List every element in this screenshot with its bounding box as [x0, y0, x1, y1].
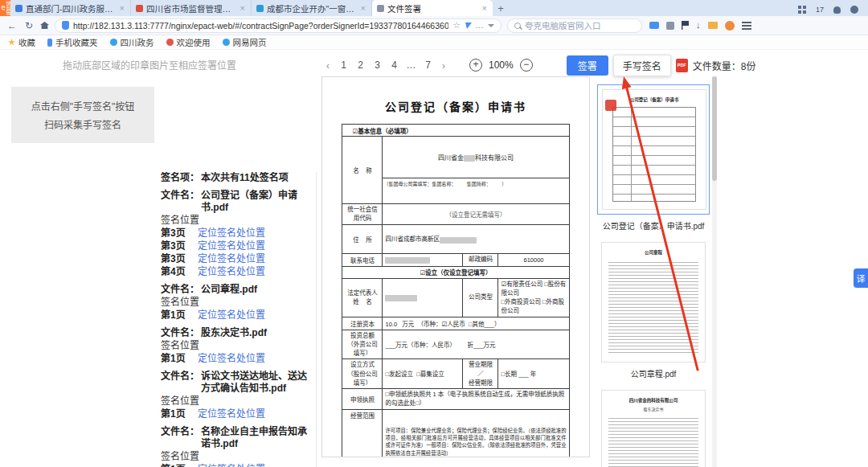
thumbnail-text-lines: [608, 416, 698, 467]
user-icon[interactable]: [850, 6, 858, 14]
tab-close-icon[interactable]: ×: [240, 3, 246, 13]
locate-signature-link[interactable]: 定位签名处位置: [198, 240, 265, 252]
page-number-label: 第3页: [161, 240, 190, 252]
sign-row-value: 诉讼文书送达地址、送达方式确认告知书.pdf: [201, 371, 311, 395]
translate-button[interactable]: 译: [854, 268, 868, 288]
locate-signature-link[interactable]: 定位签名处位置: [198, 227, 265, 240]
thumbnail-page: 公司章程: [601, 242, 706, 363]
search-box[interactable]: 夸克电脑版官网入口: [507, 18, 642, 33]
thumbnail-scrollbar[interactable]: [712, 76, 717, 467]
sign-row-label: 文件名：: [161, 284, 201, 296]
prev-page-icon[interactable]: ‹: [323, 59, 333, 72]
sign-position-row: 第1页定位签名处位置: [161, 464, 311, 467]
locate-signature-link[interactable]: 定位签名处位置: [198, 353, 265, 365]
page-number-button[interactable]: 4: [388, 59, 400, 71]
menu-icon[interactable]: [742, 22, 751, 30]
page-number-label: 第3页: [161, 227, 190, 240]
corner-tag: 快剪辑号: [0, 0, 10, 16]
url-dropdown-icon[interactable]: [488, 24, 494, 27]
sign-file-row: 签名项：本次共有11处签名项: [161, 172, 311, 184]
page-number-button[interactable]: 3: [371, 59, 383, 71]
search-placeholder[interactable]: 夸克电脑版官网入口: [525, 19, 601, 31]
document-thumbnail[interactable]: 四川省金的科技有限公司股东决定书: [596, 390, 711, 467]
tab-close-icon[interactable]: ×: [481, 3, 488, 13]
tab-close-icon[interactable]: ×: [360, 3, 366, 13]
browser-tab[interactable]: 成都市企业开办"一窗通"网上(×: [252, 0, 372, 16]
tab-close-icon[interactable]: ×: [119, 3, 125, 13]
bookmark-favicon-icon: [166, 39, 174, 46]
browser-tab[interactable]: 文件签署×: [372, 0, 493, 16]
thumbnail-title: 四川省金的科技有限公司: [602, 397, 705, 404]
page-number-button[interactable]: 1: [338, 59, 350, 71]
browser-tab[interactable]: 直通部门-四川政务服务网×: [10, 0, 131, 16]
browser-tab[interactable]: 四川省市场监督管理局网上(×: [131, 0, 252, 16]
tabbar-right-icons: 17: [788, 6, 868, 16]
sign-button[interactable]: 签署: [567, 55, 608, 76]
bookmark-item[interactable]: 收藏: [8, 36, 35, 48]
url-text[interactable]: http://182.131.3.113:7777/nginx/epact-we…: [73, 21, 448, 31]
url-field[interactable]: http://182.131.3.113:7777/nginx/epact-we…: [55, 18, 502, 33]
tab-favicon-icon: [377, 5, 384, 12]
sign-row-label: 文件名：: [161, 426, 201, 450]
notification-count-badge[interactable]: 17: [816, 6, 824, 14]
page-number-button[interactable]: 2: [354, 59, 366, 71]
bookmark-item[interactable]: 四川政务: [110, 36, 154, 48]
sign-sublabel-row: 签名位置: [161, 215, 311, 227]
page-list: 1234…7: [338, 59, 434, 71]
application-form-table: ☑基本信息（必填项） 名 称 四川省金科技有限公司 （集团母公司需填写：集团名称…: [342, 124, 569, 457]
back-icon[interactable]: ←: [6, 20, 18, 31]
thumbnail-title: 公司章程: [602, 249, 705, 256]
sign-row-value: 本次共有11处签名项: [201, 172, 311, 184]
page-number-button[interactable]: …: [405, 59, 417, 71]
extensions-icon[interactable]: [666, 22, 674, 30]
document-preview[interactable]: 公司登记（备案）申请书 ☑基本信息（必填项） 名 称 四川省金科技有限公司 （集…: [321, 76, 590, 457]
thumbnail-text-lines: [608, 260, 698, 354]
redacted-text: [440, 237, 477, 244]
apps-grid-icon[interactable]: [798, 6, 806, 14]
contract-sign-page: 拖动底部区域的印章图片至相应签署位置 点击右侧"手写签名"按钮 扫码采集手写签名…: [0, 50, 868, 467]
locate-signature-link[interactable]: 定位签名处位置: [198, 309, 265, 322]
download-icon[interactable]: ↓: [696, 21, 701, 30]
tab-favicon-icon: [256, 5, 264, 12]
locate-signature-link[interactable]: 定位签名处位置: [198, 266, 265, 278]
document-toolbar: ‹ 1234…7 › + 100% − 签署 手写签名 PDF 文件数量：8份: [323, 55, 755, 75]
bookmark-label: 网易网页: [233, 36, 267, 48]
folder-icon[interactable]: [708, 22, 718, 29]
sign-position-row: 第4页定位签名处位置: [161, 266, 311, 278]
zoom-in-button[interactable]: +: [469, 59, 482, 72]
locate-signature-link[interactable]: 定位签名处位置: [198, 464, 265, 467]
refresh-icon[interactable]: ↻: [23, 20, 35, 31]
document-thumbnail[interactable]: 公司登记（备案）申请书公司登记（备案）申请书.pdf: [596, 84, 711, 231]
bookmark-favicon-icon: [110, 39, 117, 46]
handwrite-sign-button[interactable]: 手写签名: [613, 55, 671, 76]
url-more-icon[interactable]: …: [475, 21, 484, 30]
home-icon[interactable]: [40, 22, 49, 29]
scrollbar-thumb[interactable]: [712, 76, 717, 181]
sign-file-row: 文件名：名称企业自主申报告知承诺书.pdf: [161, 426, 311, 450]
locate-signature-link[interactable]: 定位签名处位置: [198, 408, 265, 420]
form-section-basic: ☑基本信息（必填项）: [342, 125, 569, 137]
bookmark-item[interactable]: 网易网页: [223, 36, 267, 48]
bell-icon[interactable]: [833, 6, 841, 14]
page-number-button[interactable]: 7: [422, 59, 434, 71]
screenshot-icon[interactable]: [649, 22, 659, 29]
bookmark-item[interactable]: 欢迎使用: [166, 36, 211, 48]
next-page-icon[interactable]: ›: [439, 59, 448, 72]
sign-position-row: 第1页定位签名处位置: [161, 309, 311, 322]
zoom-out-button[interactable]: −: [520, 59, 533, 72]
redacted-text: [385, 295, 417, 301]
setup-mode-options: □发起设立 □募集设立: [383, 359, 463, 389]
locate-signature-link[interactable]: 定位签名处位置: [198, 253, 265, 265]
new-tab-button[interactable]: +: [493, 2, 509, 16]
avatar[interactable]: [725, 21, 735, 31]
flag-icon[interactable]: [682, 21, 689, 30]
document-thumbnail[interactable]: 公司章程公司章程.pdf: [596, 242, 711, 379]
sign-position-row: 第3页定位签名处位置: [161, 240, 311, 252]
bookmark-item[interactable]: 手机收藏夹: [47, 36, 98, 48]
sign-position-row: 第3页定位签名处位置: [161, 253, 311, 265]
sign-position-row: 第3页定位签名处位置: [161, 227, 311, 240]
sign-row-label: 文件名：: [161, 371, 201, 395]
speed-mode-icon[interactable]: [464, 23, 472, 29]
bookmark-label: 欢迎使用: [177, 36, 211, 48]
bookmark-star-icon[interactable]: ☆: [452, 21, 461, 30]
